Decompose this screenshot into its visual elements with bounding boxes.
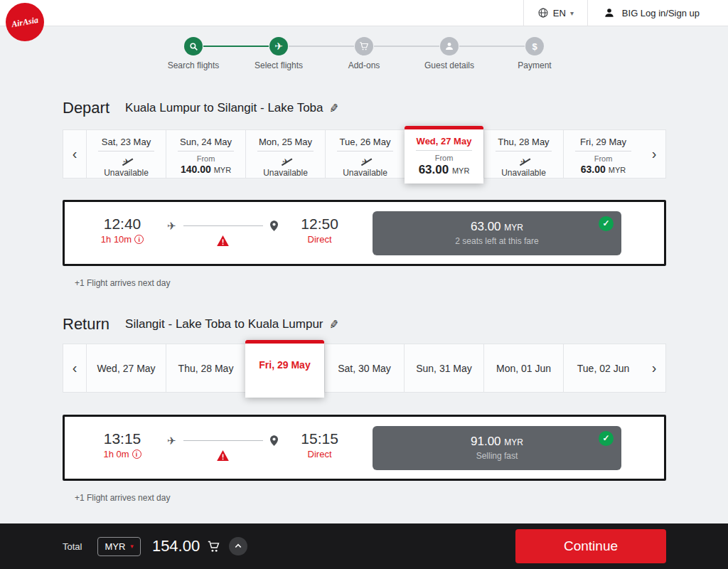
location-pin-icon — [270, 220, 278, 231]
date-option-fri-29-may[interactable]: Fri, 29 May From 63.00 MYR — [563, 130, 643, 178]
return-fare-selected[interactable]: 91.00 MYR Selling fast ✓ — [373, 426, 621, 470]
date-price: 63.00 MYR — [405, 163, 483, 177]
flight-duration: 1h 10m — [101, 234, 132, 245]
step-guest-details[interactable]: Guest details — [407, 37, 492, 70]
date-option-tue-02-jun[interactable]: Tue, 02 Jun — [563, 344, 643, 392]
date-option-sun-31-may[interactable]: Sun, 31 May — [404, 344, 483, 392]
date-option-sat-30-may[interactable]: Sat, 30 May — [324, 344, 404, 392]
return-route: Silangit - Lake Toba to Kuala Lumpur — [125, 317, 323, 331]
dollar-icon: $ — [532, 41, 537, 52]
fare-price: 63.00 MYR — [471, 220, 523, 234]
date-option-thu-28-may[interactable]: Thu, 28 May — [166, 344, 245, 392]
fare-note: Selling fast — [476, 451, 518, 461]
date-label: Sun, 24 May — [166, 137, 245, 147]
progress-stepper: Search flights ✈ Select flights Add-ons … — [151, 37, 577, 70]
chevron-left-icon[interactable]: ‹ — [63, 130, 86, 178]
return-date-strip: ‹ Wed, 27 May Thu, 28 May Fri, 29 May Sa… — [63, 344, 666, 393]
step-search-flights[interactable]: Search flights — [151, 37, 236, 70]
depart-header: Depart Kuala Lumpur to Silangit - Lake T… — [63, 99, 666, 117]
no-flight-icon: ✈ — [362, 158, 368, 166]
date-label: Wed, 27 May — [405, 136, 483, 147]
fare-price: 91.00 MYR — [471, 435, 523, 449]
location-pin-icon — [270, 435, 278, 446]
return-itinerary: 13:15 1h 0mi ✈ 15:15 Direct — [65, 430, 343, 461]
chevron-right-icon[interactable]: › — [643, 344, 665, 392]
step-label: Select flights — [255, 60, 303, 70]
availability-label: Unavailable — [484, 168, 563, 178]
route-line — [183, 440, 263, 441]
date-label: Tue, 26 May — [326, 137, 405, 147]
plane-icon: ✈ — [167, 435, 176, 446]
date-option-wed-27-may-selected[interactable]: Wed, 27 May From 63.00 MYR — [405, 126, 483, 184]
step-payment[interactable]: $ Payment — [492, 37, 577, 70]
step-select-flights[interactable]: ✈ Select flights — [236, 37, 321, 70]
date-label: Mon, 25 May — [246, 137, 325, 147]
route-line — [183, 225, 263, 226]
arrive-time: 15:15 — [296, 430, 343, 447]
edit-return-icon[interactable]: ✎ — [328, 317, 339, 332]
currency-dropdown[interactable]: MYR ▾ — [97, 537, 140, 556]
user-icon — [604, 7, 615, 18]
info-icon[interactable]: i — [132, 450, 141, 459]
date-option-sat-23-may[interactable]: Sat, 23 May ✈ Unavailable — [86, 130, 166, 178]
language-selector[interactable]: EN ▾ — [523, 0, 587, 26]
date-option-sun-24-may[interactable]: Sun, 24 May From 140.00 MYR — [166, 130, 245, 178]
depart-next-day-note: +1 Flight arrives next day — [75, 278, 666, 288]
edit-depart-icon[interactable]: ✎ — [328, 101, 339, 116]
return-header: Return Silangit - Lake Toba to Kuala Lum… — [63, 315, 666, 334]
date-price: 63.00 MYR — [564, 164, 643, 175]
depart-itinerary: 12:40 1h 10mi ✈ 12:50 Direct — [65, 216, 343, 246]
step-add-ons[interactable]: Add-ons — [321, 37, 407, 70]
depart-time: 13:15 — [99, 430, 146, 447]
date-option-wed-27-may[interactable]: Wed, 27 May — [86, 344, 166, 392]
language-code: EN — [553, 8, 566, 18]
stops-label: Direct — [308, 449, 332, 459]
step-label: Payment — [518, 60, 551, 70]
chevron-up-icon — [234, 542, 242, 551]
date-option-fri-29-may-selected[interactable]: Fri, 29 May — [245, 340, 324, 398]
currency-value: MYR — [105, 541, 125, 552]
from-label: From — [564, 154, 643, 163]
warning-icon[interactable] — [217, 450, 229, 461]
caret-down-icon: ▾ — [130, 543, 134, 550]
availability-label: Unavailable — [87, 168, 166, 178]
return-flight-card[interactable]: 13:15 1h 0mi ✈ 15:15 Direct 91.00 MYR Se… — [63, 415, 666, 481]
chevron-right-icon[interactable]: › — [643, 130, 665, 178]
cart-icon[interactable] — [207, 541, 220, 553]
globe-icon — [537, 7, 549, 18]
date-option-tue-26-may[interactable]: Tue, 26 May ✈ Unavailable — [325, 130, 405, 178]
plane-icon: ✈ — [167, 220, 176, 231]
availability-label: Unavailable — [246, 168, 325, 178]
date-option-thu-28-may[interactable]: Thu, 28 May ✈ Unavailable — [483, 130, 563, 178]
depart-route: Kuala Lumpur to Silangit - Lake Toba — [125, 101, 323, 115]
arrive-time: 12:50 — [296, 216, 343, 233]
availability-label: Unavailable — [326, 168, 405, 178]
step-label: Guest details — [424, 60, 474, 70]
warning-icon[interactable] — [217, 235, 229, 246]
airasia-logo[interactable]: AirAsia — [6, 3, 44, 41]
depart-title: Depart — [63, 99, 109, 117]
top-bar: AirAsia EN ▾ BIG Log in/Sign up — [0, 0, 728, 26]
login-button[interactable]: BIG Log in/Sign up — [587, 0, 728, 26]
step-label: Add-ons — [348, 60, 380, 70]
chevron-left-icon[interactable]: ‹ — [63, 344, 86, 392]
expand-summary-button[interactable] — [229, 537, 247, 555]
from-label: From — [405, 154, 483, 162]
continue-button[interactable]: Continue — [515, 529, 666, 563]
return-next-day-note: +1 Flight arrives next day — [75, 493, 666, 503]
depart-fare-selected[interactable]: 63.00 MYR 2 seats left at this fare ✓ — [373, 211, 621, 255]
cart-icon — [359, 41, 369, 51]
date-option-mon-01-jun[interactable]: Mon, 01 Jun — [483, 344, 563, 392]
depart-date-strip: ‹ Sat, 23 May ✈ Unavailable Sun, 24 May … — [63, 129, 666, 179]
date-option-mon-25-may[interactable]: Mon, 25 May ✈ Unavailable — [245, 130, 325, 178]
caret-down-icon: ▾ — [570, 9, 574, 17]
date-label: Fri, 29 May — [564, 137, 643, 147]
person-icon — [444, 41, 454, 51]
step-label: Search flights — [168, 60, 220, 70]
from-label: From — [166, 154, 245, 163]
check-icon: ✓ — [599, 431, 614, 446]
info-icon[interactable]: i — [134, 235, 144, 244]
depart-flight-card[interactable]: 12:40 1h 10mi ✈ 12:50 Direct 63.00 MYR 2… — [63, 200, 666, 266]
no-flight-icon: ✈ — [123, 158, 129, 166]
return-title: Return — [63, 315, 109, 334]
